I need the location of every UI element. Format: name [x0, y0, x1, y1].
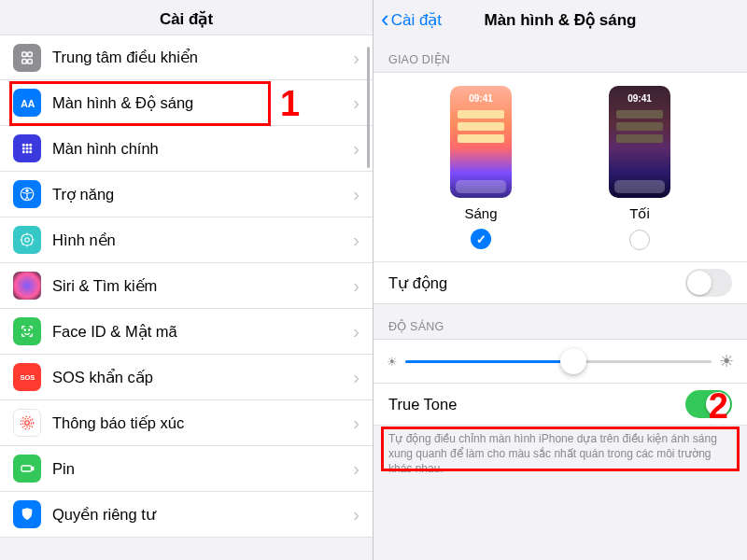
settings-root-panel: Cài đặt Trung tâm điều khiển › AA Màn hì…: [0, 0, 374, 560]
svg-point-12: [26, 150, 29, 153]
chevron-right-icon: ›: [353, 93, 359, 112]
svg-rect-23: [21, 466, 32, 471]
row-home-screen[interactable]: Màn hình chính ›: [0, 126, 373, 172]
nav-bar: ‹ Cài đặt Màn hình & Độ sáng: [374, 0, 747, 37]
section-header-appearance: GIAO DIỆN: [374, 37, 747, 72]
automatic-toggle[interactable]: [685, 269, 732, 297]
back-button[interactable]: ‹ Cài đặt: [381, 9, 442, 31]
row-label: Tự động: [388, 274, 685, 292]
svg-rect-0: [22, 52, 27, 57]
row-label: SOS khẩn cấp: [52, 369, 353, 386]
scroll-indicator[interactable]: [367, 47, 370, 168]
section-header-brightness: ĐỘ SÁNG: [374, 304, 747, 339]
svg-point-6: [26, 144, 29, 147]
battery-icon: [13, 455, 41, 483]
privacy-icon: [13, 500, 41, 528]
faceid-icon: [13, 317, 41, 345]
row-label: Quyền riêng tư: [52, 506, 353, 524]
row-exposure-notification[interactable]: Thông báo tiếp xúc ›: [0, 400, 373, 446]
radio-checked-icon[interactable]: [471, 229, 491, 249]
control-center-icon: [13, 44, 41, 72]
page-title: Cài đặt: [0, 0, 373, 35]
svg-point-16: [25, 238, 30, 243]
row-display-brightness[interactable]: AA Màn hình & Độ sáng ›: [0, 80, 373, 126]
chevron-left-icon: ‹: [381, 7, 389, 31]
row-control-center[interactable]: Trung tâm điều khiển ›: [0, 35, 373, 80]
row-label: Siri & Tìm kiếm: [52, 277, 353, 295]
radio-unchecked-icon[interactable]: [629, 230, 650, 250]
chevron-right-icon: ›: [353, 413, 359, 432]
exposure-icon: [13, 409, 41, 437]
svg-point-13: [29, 150, 32, 153]
svg-rect-2: [22, 59, 27, 63]
chevron-right-icon: ›: [353, 505, 359, 524]
sun-low-icon: ☀︎: [387, 355, 398, 369]
svg-point-9: [26, 147, 29, 150]
row-label: Thông báo tiếp xúc: [52, 414, 353, 432]
brightness-slider[interactable]: [405, 348, 712, 374]
svg-point-21: [23, 419, 32, 427]
row-automatic[interactable]: Tự động: [374, 261, 747, 304]
svg-point-15: [26, 189, 28, 191]
chevron-right-icon: ›: [353, 49, 359, 67]
row-label: Pin: [52, 460, 353, 478]
chevron-right-icon: ›: [353, 276, 359, 295]
display-brightness-panel: ‹ Cài đặt Màn hình & Độ sáng GIAO DIỆN 0…: [374, 0, 747, 560]
preview-light-icon: 09:41: [450, 86, 512, 198]
preview-label: Tối: [629, 205, 650, 222]
svg-rect-1: [28, 52, 33, 57]
chevron-right-icon: ›: [353, 185, 359, 203]
appearance-option-dark[interactable]: 09:41 Tối: [609, 86, 670, 250]
row-accessibility[interactable]: Trợ năng ›: [0, 172, 373, 217]
row-label: Face ID & Mật mã: [52, 323, 353, 341]
row-wallpaper[interactable]: Hình nền ›: [0, 217, 373, 263]
svg-point-11: [22, 150, 25, 153]
sun-high-icon: ☀︎: [719, 351, 734, 371]
row-privacy[interactable]: Quyền riêng tư ›: [0, 492, 373, 538]
appearance-section: 09:41 Sáng 09:41 Tối: [374, 72, 747, 262]
row-faceid-passcode[interactable]: Face ID & Mật mã ›: [0, 309, 373, 355]
row-siri-search[interactable]: Siri & Tìm kiếm ›: [0, 263, 373, 309]
svg-text:AA: AA: [21, 98, 35, 109]
chevron-right-icon: ›: [353, 139, 359, 158]
sos-icon: SOS: [13, 363, 41, 391]
row-emergency-sos[interactable]: SOS SOS khẩn cấp ›: [0, 355, 373, 400]
row-label: Trung tâm điều khiển: [52, 49, 353, 66]
row-label: Trợ năng: [52, 186, 353, 203]
svg-point-18: [29, 329, 30, 330]
svg-rect-24: [32, 468, 34, 470]
appearance-option-light[interactable]: 09:41 Sáng: [450, 86, 512, 250]
chevron-right-icon: ›: [353, 459, 359, 478]
chevron-right-icon: ›: [353, 231, 359, 249]
chevron-right-icon: ›: [353, 322, 359, 341]
svg-point-10: [29, 147, 32, 150]
back-label: Cài đặt: [391, 10, 442, 30]
accessibility-icon: [13, 180, 41, 208]
brightness-slider-row: ☀︎ ☀︎: [374, 339, 747, 384]
svg-point-20: [25, 421, 30, 426]
row-label: Màn hình & Độ sáng: [52, 94, 353, 112]
wallpaper-icon: [13, 226, 41, 254]
row-label: True Tone: [388, 396, 685, 413]
preview-label: Sáng: [464, 205, 497, 221]
row-true-tone[interactable]: True Tone: [374, 383, 747, 426]
chevron-right-icon: ›: [353, 368, 359, 386]
settings-list: Trung tâm điều khiển › AA Màn hình & Độ …: [0, 35, 373, 538]
svg-rect-3: [28, 59, 33, 63]
row-battery[interactable]: Pin ›: [0, 446, 373, 492]
row-label: Hình nền: [52, 231, 353, 249]
svg-point-5: [22, 144, 25, 147]
home-screen-icon: [13, 134, 41, 162]
row-label: Màn hình chính: [52, 140, 353, 158]
svg-point-7: [29, 144, 32, 147]
svg-text:SOS: SOS: [21, 373, 35, 382]
true-tone-toggle[interactable]: [685, 390, 732, 418]
svg-point-8: [22, 147, 25, 150]
svg-point-17: [24, 329, 25, 330]
display-icon: AA: [13, 89, 41, 117]
preview-dark-icon: 09:41: [609, 86, 670, 198]
true-tone-description: Tự động điều chỉnh màn hình iPhone dựa t…: [374, 426, 747, 490]
siri-icon: [13, 272, 41, 300]
